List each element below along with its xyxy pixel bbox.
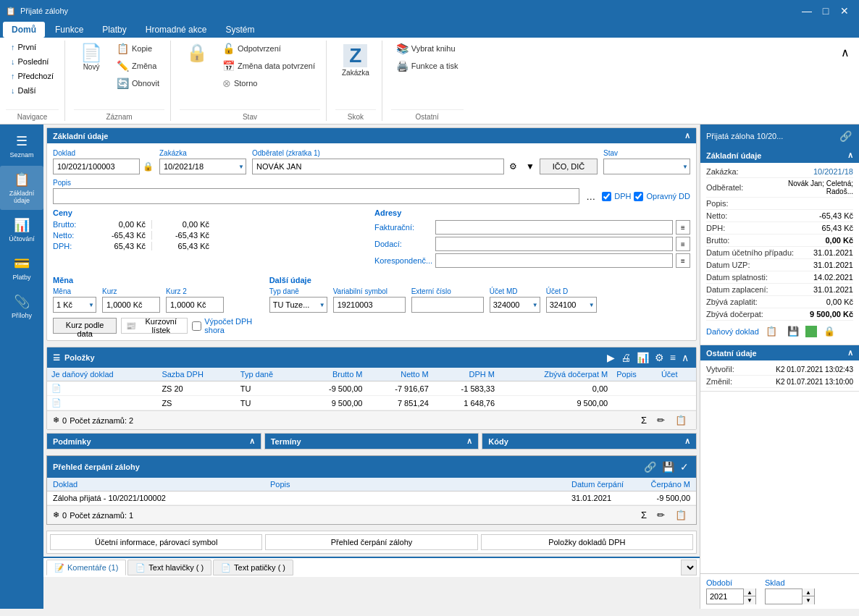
ext-cislo-input[interactable] bbox=[411, 297, 484, 313]
fakturacni-btn[interactable]: ≡ bbox=[676, 220, 690, 235]
odberatel-input[interactable] bbox=[252, 159, 504, 174]
odberatel-list-icon[interactable]: ▼ bbox=[522, 159, 538, 174]
btn-prehled-cerpani[interactable]: Přehled čerpání zálohy bbox=[265, 534, 477, 550]
table-row[interactable]: Záloha přijatá - 10/2021/100002 31.01.20… bbox=[47, 491, 696, 505]
odberatel-browse-icon[interactable]: ⚙ bbox=[506, 159, 521, 174]
right-panel-external-icon[interactable]: 🔗 bbox=[838, 129, 853, 143]
nav-last-button[interactable]: ↓ Poslední bbox=[6, 55, 59, 68]
btn-polozky-dph[interactable]: Položky dokladů DPH bbox=[481, 534, 693, 550]
sidebar-item-seznam[interactable]: ☰ Seznam bbox=[0, 127, 43, 164]
popis-expand-icon[interactable]: … bbox=[582, 189, 599, 204]
var-sym-input[interactable] bbox=[333, 297, 406, 313]
polozky-play-icon[interactable]: ▶ bbox=[606, 350, 616, 365]
kurz-input[interactable] bbox=[102, 297, 160, 313]
kopie-button[interactable]: 📋 Kopie bbox=[112, 41, 164, 56]
sklad-input[interactable] bbox=[766, 589, 802, 604]
zmena-data-button[interactable]: 📅 Změna data potvrzení bbox=[217, 58, 320, 74]
polozky-print-icon[interactable]: 🖨 bbox=[619, 350, 632, 365]
right-basic-header[interactable]: Základní údaje ∧ bbox=[700, 148, 859, 163]
sklad-up-button[interactable]: ▲ bbox=[803, 588, 814, 596]
cerpani-save-icon[interactable]: 💾 bbox=[661, 460, 676, 474]
stav-input[interactable] bbox=[603, 159, 690, 174]
ucet-md-select[interactable]: 324000 bbox=[490, 297, 540, 313]
zakladni-udaje-header[interactable]: Základní údaje ∧ bbox=[47, 128, 696, 143]
dph-checkbox[interactable] bbox=[602, 192, 611, 201]
obdobi-up-button[interactable]: ▲ bbox=[744, 588, 755, 596]
obnovit-button[interactable]: 🔄 Obnovit bbox=[112, 75, 164, 91]
polozky-chart-icon[interactable]: 📊 bbox=[635, 350, 650, 365]
polozky-edit-icon[interactable]: ✏ bbox=[653, 413, 669, 428]
mena-select[interactable]: 1 Kč bbox=[53, 297, 96, 313]
menu-item-funkce[interactable]: Funkce bbox=[46, 22, 92, 38]
minimize-button[interactable]: — bbox=[798, 2, 816, 20]
vypocet-dph-checkbox[interactable] bbox=[192, 321, 201, 331]
sklad-down-button[interactable]: ▼ bbox=[803, 596, 814, 604]
polozky-bars-icon[interactable]: ≡ bbox=[669, 350, 677, 365]
novy-button[interactable]: 📄 Nový bbox=[74, 41, 109, 75]
kurz2-input[interactable] bbox=[166, 297, 224, 313]
menu-item-platby[interactable]: Platby bbox=[93, 22, 135, 38]
menu-item-domu[interactable]: Domů bbox=[3, 22, 45, 38]
maximize-button[interactable]: □ bbox=[817, 2, 834, 20]
kody-header[interactable]: Kódy ∧ bbox=[482, 434, 696, 449]
sidebar-item-prilohy[interactable]: 📎 Přílohy bbox=[0, 288, 43, 325]
danovy-copy-icon[interactable]: 📋 bbox=[762, 324, 781, 339]
danovy-save-icon[interactable]: 💾 bbox=[784, 324, 803, 339]
storno-button[interactable]: ⊗ Storno bbox=[217, 75, 320, 91]
obdobi-input[interactable] bbox=[707, 589, 743, 604]
polozky-settings-icon[interactable]: ⚙ bbox=[653, 350, 666, 365]
nav-next-button[interactable]: ↓ Další bbox=[6, 84, 59, 97]
korespondencni-btn[interactable]: ≡ bbox=[676, 253, 690, 268]
vybrat-knihu-button[interactable]: 📚 Vybrat knihu bbox=[391, 41, 464, 56]
tab-dropdown[interactable] bbox=[681, 560, 697, 575]
cerpani-sum-icon[interactable]: Σ bbox=[637, 507, 650, 523]
sidebar-item-platby[interactable]: 💳 Platby bbox=[0, 250, 43, 287]
sidebar-item-uctovani[interactable]: 📊 Účtování bbox=[0, 211, 43, 248]
fakturacni-input[interactable] bbox=[435, 220, 673, 235]
popis-input[interactable] bbox=[53, 188, 579, 204]
table-row[interactable]: 📄 ZS TU 9 500,00 7 851,24 1 648,76 9 500… bbox=[47, 396, 696, 410]
korespondencni-input[interactable] bbox=[435, 253, 673, 268]
podmínky-header[interactable]: Podmínky ∧ bbox=[47, 434, 261, 449]
right-ostatni-header[interactable]: Ostatní údaje ∧ bbox=[700, 345, 859, 360]
btn-ucteni-info[interactable]: Účetní informace, párovací symbol bbox=[50, 534, 262, 550]
opravny-dd-checkbox[interactable] bbox=[634, 192, 643, 201]
polozky-collapse-icon[interactable]: ∧ bbox=[680, 350, 690, 365]
danovy-lock2-icon[interactable]: 🔒 bbox=[820, 324, 839, 339]
zakazka-button[interactable]: Z Zakázka bbox=[335, 41, 376, 80]
zakazka-input[interactable] bbox=[159, 159, 246, 174]
dodaci-btn[interactable]: ≡ bbox=[676, 237, 690, 251]
tab-text-paticky[interactable]: 📄 Text patičky ( ) bbox=[213, 560, 293, 575]
dodaci-input[interactable] bbox=[435, 237, 673, 251]
typ-dane-select[interactable]: TU Tuze... bbox=[269, 297, 327, 313]
ribbon-collapse-button[interactable]: ∧ bbox=[837, 43, 853, 62]
danovy-green-icon[interactable] bbox=[805, 326, 817, 337]
cerpani-edit-icon[interactable]: ✏ bbox=[653, 507, 669, 523]
cerpani-export-icon[interactable]: 📋 bbox=[671, 507, 690, 523]
close-button[interactable]: ✕ bbox=[836, 2, 853, 20]
funkce-tisk-button[interactable]: 🖨️ Funkce a tisk bbox=[391, 58, 464, 74]
menu-item-system[interactable]: Systém bbox=[217, 22, 263, 38]
nav-first-button[interactable]: ↑ První bbox=[6, 41, 59, 54]
cerpani-open-icon[interactable]: 🔗 bbox=[642, 460, 658, 474]
zmena-button[interactable]: ✏️ Změna bbox=[112, 58, 164, 74]
odpotvrzeni-button[interactable]: 🔓 Odpotvrzení bbox=[217, 41, 320, 56]
tab-komentare[interactable]: 📝 Komentáře (1) bbox=[46, 560, 126, 575]
menu-item-hromadne[interactable]: Hromadné akce bbox=[137, 22, 216, 38]
kurzovni-listek-button[interactable]: 📰 Kurzovní lístek bbox=[121, 318, 188, 334]
sidebar-item-zakladni[interactable]: 📋 Základní údaje bbox=[0, 166, 43, 210]
obdobi-down-button[interactable]: ▼ bbox=[744, 596, 755, 604]
polozky-header[interactable]: ☰ Položky ▶ 🖨 📊 ⚙ ≡ ∧ bbox=[47, 347, 696, 368]
polozky-export-icon[interactable]: 📋 bbox=[671, 413, 690, 428]
potvrzeni-button[interactable]: 🔒 bbox=[180, 41, 214, 67]
tab-text-hlavicky[interactable]: 📄 Text hlavičky ( ) bbox=[127, 560, 211, 575]
doklad-input[interactable] bbox=[53, 159, 140, 174]
terminy-header[interactable]: Termíny ∧ bbox=[265, 434, 479, 449]
cerpani-check-icon[interactable]: ✓ bbox=[679, 460, 690, 474]
nav-prev-button[interactable]: ↑ Předchozí bbox=[6, 69, 59, 83]
table-row[interactable]: 📄 ZS 20 TU -9 500,00 -7 916,67 -1 583,33… bbox=[47, 381, 696, 396]
kurz-podle-data-button[interactable]: Kurz podle data bbox=[53, 318, 117, 334]
polozky-sum-icon[interactable]: Σ bbox=[637, 413, 650, 428]
ico-dic-button[interactable]: IČO, DIČ bbox=[540, 159, 598, 174]
ucet-d-select[interactable]: 324100 bbox=[546, 297, 597, 313]
